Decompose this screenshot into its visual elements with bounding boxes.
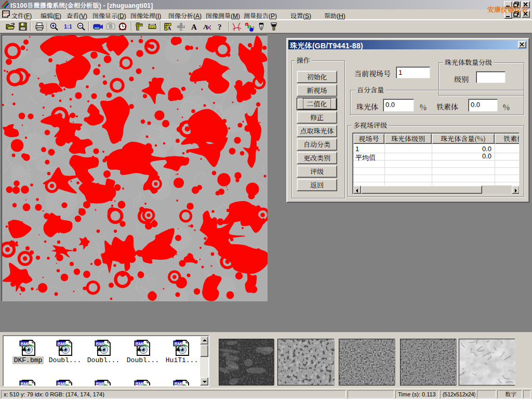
svg-text:BMP: BMP (21, 381, 31, 387)
svg-text:1:1: 1:1 (64, 23, 72, 30)
svg-text:BMP: BMP (175, 341, 184, 347)
svg-text:BMP: BMP (136, 341, 145, 347)
svg-text:A: A (167, 25, 171, 31)
svg-text:BMP: BMP (136, 381, 145, 387)
svg-text:A: A (191, 23, 197, 31)
svg-text:BMP: BMP (96, 341, 106, 347)
svg-text:1: 1 (246, 23, 248, 27)
svg-text:DOC: DOC (3, 11, 10, 15)
svg-text:BMP: BMP (175, 381, 184, 387)
svg-text:BMP: BMP (58, 381, 68, 387)
svg-text:BMP: BMP (96, 381, 106, 387)
svg-text:?: ? (218, 23, 222, 31)
svg-text:3: 3 (252, 26, 254, 30)
svg-text:2: 2 (248, 25, 250, 29)
svg-text:BMP: BMP (21, 341, 31, 347)
svg-text:BMP: BMP (58, 341, 68, 347)
